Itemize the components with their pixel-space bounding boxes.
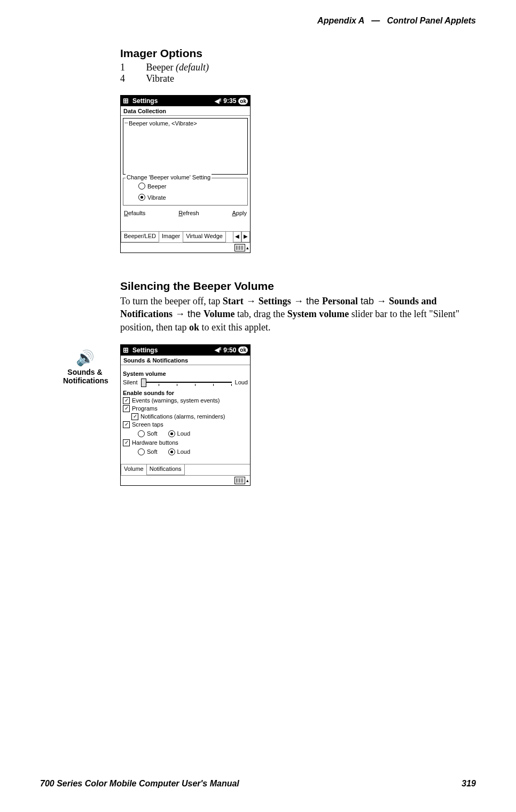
option-number: 4 xyxy=(120,73,144,84)
sip-up-icon[interactable]: ▴ xyxy=(246,478,249,483)
tab-imager[interactable]: Imager xyxy=(159,232,183,242)
settings-listbox[interactable]: ┈ Beeper volume, <Vibrate> xyxy=(123,118,248,175)
sip-up-icon[interactable]: ▴ xyxy=(246,245,249,250)
pda-window-title: Data Collection xyxy=(121,106,250,116)
silencing-heading: Silencing the Beeper Volume xyxy=(120,280,476,293)
group-legend: Change 'Beeper volume' Setting xyxy=(126,174,212,180)
imager-option-row: 1 Beeper (default) xyxy=(120,62,476,73)
checkbox-programs[interactable]: Programs xyxy=(123,405,248,412)
radio-icon xyxy=(138,194,145,201)
radio-icon xyxy=(138,183,145,190)
sounds-notifications-applet-icon: 🔊 Sounds & Notifications xyxy=(63,351,107,385)
sip-bar: ▴ xyxy=(121,475,250,485)
radio-label: Loud xyxy=(177,430,190,437)
radio-icon xyxy=(168,448,175,455)
pda-screenshot-data-collection: Settings ◀ᴱ 9:35 ok Data Collection ┈ Be… xyxy=(120,95,251,253)
checkbox-label: Hardware buttons xyxy=(132,439,178,446)
radio-label: Beeper xyxy=(147,183,166,190)
radio-vibrate[interactable]: Vibrate xyxy=(138,194,243,201)
radio-icon xyxy=(168,430,175,437)
pda-screenshot-sounds: Settings ◀ᴱ 9:50 ok Sounds & Notificatio… xyxy=(120,344,251,486)
speaker-icon[interactable]: ◀ᴱ xyxy=(215,98,221,105)
checkbox-hardware-buttons[interactable]: Hardware buttons xyxy=(123,439,248,446)
speaker-applet-icon: 🔊 xyxy=(63,351,107,366)
pda-window-title: Sounds & Notifications xyxy=(121,356,250,365)
list-item-label: Beeper volume, <Vibrate> xyxy=(129,120,197,127)
tab-beeper-led[interactable]: Beeper/LED xyxy=(121,232,159,242)
page-header: Appendix A — Control Panel Applets xyxy=(40,16,476,26)
tab-volume[interactable]: Volume xyxy=(121,464,147,475)
appendix-label: Appendix A xyxy=(317,16,364,25)
imager-option-row: 4 Vibrate xyxy=(120,73,476,84)
tab-bar: Volume Notifications xyxy=(121,464,250,475)
checkbox-screen-taps[interactable]: Screen taps xyxy=(123,421,248,428)
sip-bar: ▴ xyxy=(121,242,250,253)
system-volume-label: System volume xyxy=(123,370,248,377)
refresh-button[interactable]: Refresh xyxy=(178,210,199,216)
checkbox-icon xyxy=(123,421,130,428)
slider-loud-label: Loud xyxy=(235,379,248,385)
radio-label: Vibrate xyxy=(147,194,166,201)
checkbox-notifications[interactable]: Notifications (alarms, reminders) xyxy=(131,413,248,420)
tab-scroll-right-icon[interactable]: ▶ xyxy=(241,232,250,242)
keyboard-icon[interactable] xyxy=(234,244,245,251)
option-label: Beeper xyxy=(146,62,174,73)
speaker-icon[interactable]: ◀ᴱ xyxy=(215,346,221,353)
ok-button[interactable]: ok xyxy=(238,346,248,353)
header-title: Control Panel Applets xyxy=(387,16,476,25)
page-footer: 700 Series Color Mobile Computer User's … xyxy=(40,779,476,789)
imager-options-heading: Imager Options xyxy=(120,47,476,60)
apply-button[interactable]: Apply xyxy=(232,210,247,216)
checkbox-label: Programs xyxy=(132,405,158,412)
radio-label: Soft xyxy=(147,448,158,455)
checkbox-icon xyxy=(123,405,130,412)
slider-thumb-icon xyxy=(141,379,146,387)
pda-time: 9:35 xyxy=(223,97,236,105)
checkbox-label: Screen taps xyxy=(132,421,163,428)
option-number: 1 xyxy=(120,62,144,73)
page-number: 319 xyxy=(462,779,476,789)
radio-hwbuttons-loud[interactable]: Loud xyxy=(168,448,190,455)
change-setting-group: Change 'Beeper volume' Setting Beeper Vi… xyxy=(123,178,248,206)
pda-titlebar: Settings ◀ᴱ 9:50 ok xyxy=(121,345,250,356)
silencing-paragraph: To turn the beeper off, tap Start → Sett… xyxy=(120,295,476,334)
defaults-button[interactable]: Defaults xyxy=(124,210,145,216)
pda-time: 9:50 xyxy=(223,346,236,354)
pda-title: Settings xyxy=(132,346,158,354)
checkbox-label: Events (warnings, system events) xyxy=(132,397,220,404)
slider-silent-label: Silent xyxy=(123,379,138,385)
radio-icon xyxy=(138,430,145,437)
start-icon[interactable] xyxy=(123,98,130,104)
checkbox-icon xyxy=(131,413,138,420)
keyboard-icon[interactable] xyxy=(234,477,245,484)
checkbox-events[interactable]: Events (warnings, system events) xyxy=(123,397,248,404)
radio-beeper[interactable]: Beeper xyxy=(138,183,243,190)
ok-button[interactable]: ok xyxy=(238,98,248,105)
list-item[interactable]: ┈ Beeper volume, <Vibrate> xyxy=(124,120,246,127)
checkbox-label: Notifications (alarms, reminders) xyxy=(140,413,225,420)
tree-dots-icon: ┈ xyxy=(124,120,128,127)
tab-notifications[interactable]: Notifications xyxy=(146,464,185,475)
radio-screentaps-loud[interactable]: Loud xyxy=(168,430,190,437)
radio-icon xyxy=(138,448,145,455)
radio-screentaps-soft[interactable]: Soft xyxy=(138,430,158,437)
checkbox-icon xyxy=(123,439,130,446)
option-label: Vibrate xyxy=(146,73,174,84)
pda-titlebar: Settings ◀ᴱ 9:35 ok xyxy=(121,96,250,106)
tab-bar: Beeper/LED Imager Virtual Wedge ◀ ▶ xyxy=(121,231,250,242)
header-separator: — xyxy=(371,16,380,25)
start-icon[interactable] xyxy=(123,347,130,353)
system-volume-slider[interactable] xyxy=(141,378,232,387)
tab-virtual-wedge[interactable]: Virtual Wedge xyxy=(183,232,226,242)
radio-label: Soft xyxy=(147,430,158,437)
option-suffix: (default) xyxy=(176,62,209,73)
enable-sounds-label: Enable sounds for xyxy=(123,390,248,396)
tab-scroll-left-icon[interactable]: ◀ xyxy=(233,232,241,242)
radio-label: Loud xyxy=(177,448,190,455)
checkbox-icon xyxy=(123,397,130,404)
pda-title: Settings xyxy=(132,97,158,105)
sidebar-icon-label: Sounds & Notifications xyxy=(63,368,108,385)
manual-title: 700 Series Color Mobile Computer User's … xyxy=(40,779,239,789)
radio-hwbuttons-soft[interactable]: Soft xyxy=(138,448,158,455)
